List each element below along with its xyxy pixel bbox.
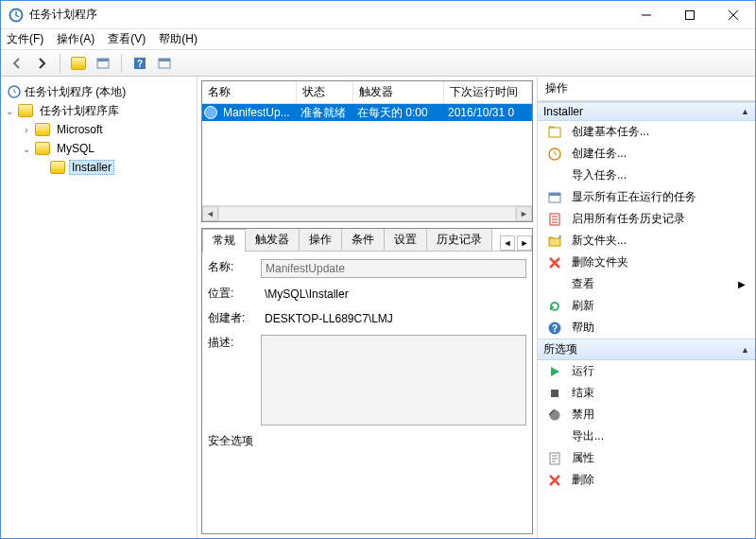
forward-button[interactable]: [31, 53, 52, 74]
tab-general[interactable]: 常规: [202, 229, 246, 252]
minimize-button[interactable]: [625, 1, 668, 29]
location-label: 位置:: [208, 286, 261, 302]
svg-text:?: ?: [137, 59, 143, 69]
svg-point-19: [550, 409, 560, 420]
menubar: 文件(F) 操作(A) 查看(V) 帮助(H): [1, 29, 755, 50]
section-installer[interactable]: Installer ▲: [538, 102, 755, 121]
name-label: 名称:: [208, 259, 261, 275]
action-refresh[interactable]: 刷新: [538, 295, 755, 317]
task-new-icon: [547, 125, 562, 140]
svg-rect-18: [551, 390, 558, 397]
detail-panel: 常规 触发器 操作 条件 设置 历史记录 ◄ ► 名称: ManifestUpd…: [201, 228, 533, 534]
horizontal-scrollbar[interactable]: ◄ ►: [202, 205, 532, 221]
svg-rect-7: [159, 59, 170, 61]
menu-action[interactable]: 操作(A): [57, 31, 94, 47]
toolbar-separator: [60, 54, 60, 73]
col-status[interactable]: 状态: [297, 81, 353, 103]
tool-panel2-icon[interactable]: [154, 53, 175, 74]
action-props[interactable]: 属性: [538, 447, 755, 469]
tool-help-icon[interactable]: ?: [129, 53, 150, 74]
tab-setting[interactable]: 设置: [384, 228, 427, 251]
close-button[interactable]: [712, 1, 755, 29]
collapse-icon[interactable]: ⌄: [20, 144, 33, 154]
tree-installer[interactable]: Installer: [3, 158, 195, 177]
toolbar: ?: [1, 50, 755, 77]
actions-pane: 操作 Installer ▲ 创建基本任务... 创建任务... 导入任务...: [538, 77, 755, 538]
back-button[interactable]: [7, 53, 27, 74]
security-options-label: 安全选项: [208, 433, 526, 449]
action-delete-folder[interactable]: 删除文件夹: [538, 252, 755, 273]
tool-folder-icon[interactable]: [68, 53, 89, 74]
action-export[interactable]: 导出...: [538, 426, 755, 447]
section-selected[interactable]: 所选项 ▲: [538, 339, 755, 360]
detail-body: 名称: ManifestUpdate 位置: \MySQL\Installer …: [202, 252, 532, 533]
action-disable[interactable]: 禁用: [538, 404, 755, 426]
svg-text:?: ?: [552, 323, 558, 334]
collapse-icon[interactable]: ⌄: [3, 106, 16, 116]
desc-field[interactable]: [261, 335, 526, 426]
action-end[interactable]: 结束: [538, 382, 755, 404]
tab-scroll-right-icon[interactable]: ►: [517, 235, 532, 251]
titlebar: 任务计划程序: [1, 1, 755, 29]
tab-trigger[interactable]: 触发器: [245, 228, 300, 251]
maximize-button[interactable]: [668, 1, 712, 29]
action-delete[interactable]: 删除: [538, 469, 755, 491]
action-help[interactable]: ? 帮助: [538, 317, 755, 339]
window-title: 任务计划程序: [29, 7, 625, 23]
tree-mysql[interactable]: ⌄ MySQL: [3, 139, 195, 158]
action-create[interactable]: 创建任务...: [538, 143, 755, 165]
action-show-running[interactable]: 显示所有正在运行的任务: [538, 186, 755, 208]
import-icon: [547, 168, 562, 183]
svg-rect-3: [97, 59, 109, 61]
menu-view[interactable]: 查看(V): [108, 31, 146, 47]
collapse-section-icon[interactable]: ▲: [741, 107, 749, 116]
scroll-right-icon[interactable]: ►: [516, 206, 532, 221]
action-run[interactable]: 运行: [538, 360, 755, 382]
folder-icon: [35, 123, 50, 136]
action-view[interactable]: 查看 ▶: [538, 273, 755, 295]
folder-new-icon: *: [547, 234, 562, 249]
tree-library[interactable]: ⌄ 任务计划程序库: [3, 101, 195, 120]
clock-icon: [7, 84, 22, 99]
props-icon: [547, 451, 562, 466]
tab-action[interactable]: 操作: [299, 228, 342, 251]
col-next[interactable]: 下次运行时间: [444, 81, 532, 103]
col-trigger[interactable]: 触发器: [353, 81, 444, 103]
running-icon: [547, 190, 562, 205]
tab-history[interactable]: 历史记录: [426, 228, 492, 251]
collapse-section-icon[interactable]: ▲: [741, 345, 749, 355]
location-value: \MySQL\Installer: [261, 286, 526, 303]
desc-label: 描述:: [208, 335, 261, 351]
disable-icon: [547, 408, 562, 423]
tree-nav: 任务计划程序 (本地) ⌄ 任务计划程序库 › Microsoft ⌄ MySQ…: [1, 77, 198, 538]
view-icon: [547, 277, 562, 292]
tab-scroll-left-icon[interactable]: ◄: [500, 235, 515, 251]
task-list: 名称 状态 触发器 下次运行时间 ManifestUp... 准备就绪 在每天的…: [201, 80, 533, 222]
menu-help[interactable]: 帮助(H): [159, 31, 198, 47]
refresh-icon: [547, 299, 562, 314]
actions-title: 操作: [538, 77, 755, 101]
action-new-folder[interactable]: * 新文件夹...: [538, 230, 755, 252]
col-name[interactable]: 名称: [202, 81, 297, 103]
task-row[interactable]: ManifestUp... 准备就绪 在每天的 0:00 2016/10/31 …: [202, 104, 532, 121]
list-header: 名称 状态 触发器 下次运行时间: [202, 81, 532, 104]
menu-file[interactable]: 文件(F): [7, 31, 43, 47]
action-enable-history[interactable]: 启用所有任务历史记录: [538, 208, 755, 230]
expand-icon[interactable]: ›: [20, 125, 33, 135]
scroll-left-icon[interactable]: ◄: [202, 206, 218, 221]
svg-rect-9: [549, 128, 560, 137]
folder-icon: [50, 161, 65, 174]
action-create-basic[interactable]: 创建基本任务...: [538, 121, 755, 143]
folder-icon: [18, 104, 33, 117]
submenu-arrow-icon: ▶: [738, 279, 746, 289]
tree-microsoft[interactable]: › Microsoft: [3, 120, 195, 139]
tree-root[interactable]: 任务计划程序 (本地): [3, 82, 195, 101]
tool-panel-icon[interactable]: [93, 53, 113, 74]
action-import[interactable]: 导入任务...: [538, 165, 755, 186]
folder-icon: [35, 142, 50, 155]
export-icon: [547, 429, 562, 444]
name-field[interactable]: ManifestUpdate: [261, 259, 526, 278]
svg-text:*: *: [558, 234, 562, 242]
tab-cond[interactable]: 条件: [341, 228, 385, 251]
delete-icon: [547, 255, 562, 270]
